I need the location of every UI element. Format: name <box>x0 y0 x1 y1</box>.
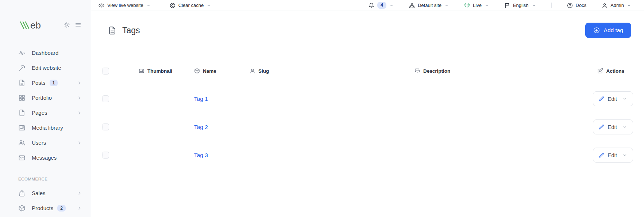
name-cell: Tag 2 <box>194 124 250 130</box>
sidebar-item-sales[interactable]: Sales <box>0 186 91 201</box>
chevron-down-icon <box>146 3 151 8</box>
topbar: View live website Clear cache 4 Def <box>91 0 644 11</box>
page-title-group: Tags <box>108 26 140 35</box>
chevron-right-icon <box>77 206 82 211</box>
sidebar-item-messages[interactable]: Messages <box>0 150 91 165</box>
clear-cache-button[interactable]: Clear cache <box>170 3 211 8</box>
add-tag-button[interactable]: Add tag <box>585 23 631 38</box>
chevron-down-icon <box>444 3 449 8</box>
row-select-cell <box>102 95 139 102</box>
select-all-checkbox[interactable] <box>102 68 109 75</box>
edit-button[interactable]: Edit <box>593 119 633 134</box>
chevron-down-icon <box>622 153 627 157</box>
page-header: Tags Add tag <box>91 11 644 50</box>
notifications-count-badge: 4 <box>377 2 386 9</box>
environment-status[interactable]: Live <box>464 3 489 8</box>
edit-button[interactable]: Edit <box>593 91 633 106</box>
column-header-description: Description <box>414 68 589 74</box>
edit-square-icon <box>597 68 603 74</box>
mail-icon <box>18 154 26 161</box>
site-selector[interactable]: Default site <box>409 3 449 8</box>
table-row: Tag 3 Edit <box>102 141 633 169</box>
pencil-icon <box>599 124 604 130</box>
topbar-left: View live website Clear cache <box>99 3 211 8</box>
bell-icon <box>369 3 374 8</box>
sidebar-item-edit-website[interactable]: Edit website <box>0 60 91 75</box>
sidebar-item-posts[interactable]: Posts 1 <box>0 75 91 90</box>
sidebar-item-label: Posts <box>32 80 46 86</box>
row-checkbox[interactable] <box>102 123 109 130</box>
brand-logo-icon: eb <box>18 19 48 31</box>
chevron-right-icon <box>77 80 82 85</box>
sidebar-item-portfolio[interactable]: Portfolio <box>0 90 91 105</box>
actions-cell: Edit <box>593 119 633 134</box>
table-row: Tag 2 Edit <box>102 113 633 141</box>
page-icon <box>18 109 26 117</box>
sidebar-item-dashboard[interactable]: Dashboard <box>0 45 91 60</box>
notifications-button[interactable]: 4 <box>369 2 394 9</box>
chevron-right-icon <box>77 110 82 115</box>
sidebar-item-products[interactable]: Products 2 <box>0 201 91 216</box>
sidebar-item-media-library[interactable]: Media library <box>0 120 91 135</box>
actions-cell: Edit <box>593 91 633 106</box>
tag-name-link[interactable]: Tag 3 <box>194 152 208 158</box>
column-header-label: Name <box>203 68 216 74</box>
column-header-label: Description <box>423 68 450 74</box>
posts-count-badge: 1 <box>50 80 58 86</box>
column-header-name: Name <box>194 68 250 74</box>
actions-cell: Edit <box>593 148 633 163</box>
chevron-down-icon <box>207 3 211 8</box>
tags-document-icon <box>108 26 117 35</box>
row-checkbox[interactable] <box>102 152 109 159</box>
brand-logo: eb <box>18 19 48 31</box>
flag-icon <box>504 3 510 8</box>
chevron-down-icon <box>622 125 627 129</box>
table-header-row: Thumbnail Name Slug Description Actions <box>102 64 633 78</box>
docs-label: Docs <box>576 3 587 8</box>
language-label: English <box>513 3 529 8</box>
chevron-down-icon <box>485 3 489 8</box>
name-cell: Tag 1 <box>194 96 250 102</box>
comment-icon <box>414 68 420 74</box>
sidebar-item-label: Sales <box>32 190 46 196</box>
edit-button-label: Edit <box>608 124 617 130</box>
shopping-bag-icon <box>18 190 26 197</box>
sidebar-header: eb <box>0 0 91 31</box>
help-circle-icon <box>567 3 573 8</box>
row-select-cell <box>102 152 139 159</box>
broadcast-icon <box>464 3 470 8</box>
docs-link[interactable]: Docs <box>567 3 587 8</box>
add-tag-button-label: Add tag <box>604 27 623 34</box>
sidebar-item-users[interactable]: Users <box>0 135 91 150</box>
post-document-icon <box>18 79 26 87</box>
clear-cache-label: Clear cache <box>178 3 204 8</box>
edit-button[interactable]: Edit <box>593 148 633 163</box>
tag-name-link[interactable]: Tag 1 <box>194 96 208 102</box>
chevron-right-icon <box>77 191 82 196</box>
chevron-down-icon <box>627 3 631 8</box>
menu-icon[interactable] <box>75 22 81 28</box>
column-header-label: Slug <box>258 68 269 74</box>
sidebar-nav: Dashboard Edit website Posts 1 Portfolio… <box>0 45 91 216</box>
table-row: Tag 1 Edit <box>102 85 633 113</box>
cube-icon <box>194 68 200 74</box>
cube-icon <box>18 205 26 212</box>
theme-sun-icon[interactable] <box>63 22 70 28</box>
main-area: View live website Clear cache 4 Def <box>91 0 644 217</box>
language-selector[interactable]: English <box>504 3 536 8</box>
column-header-label: Actions <box>606 68 624 74</box>
sidebar-item-pages[interactable]: Pages <box>0 105 91 120</box>
sidebar-item-label: Messages <box>32 155 57 161</box>
account-menu[interactable]: Admin <box>602 3 631 8</box>
column-header-label: Thumbnail <box>147 68 172 74</box>
account-label: Admin <box>610 3 624 8</box>
tags-table: Thumbnail Name Slug Description Actions <box>91 50 644 169</box>
user-icon <box>602 3 608 8</box>
chevron-down-icon <box>622 96 627 101</box>
topbar-right: 4 Default site Live English <box>369 2 631 9</box>
tag-name-link[interactable]: Tag 2 <box>194 124 208 130</box>
chevron-right-icon <box>77 140 82 145</box>
view-live-website-button[interactable]: View live website <box>99 3 151 8</box>
row-checkbox[interactable] <box>102 95 109 102</box>
chevron-right-icon <box>77 95 82 100</box>
